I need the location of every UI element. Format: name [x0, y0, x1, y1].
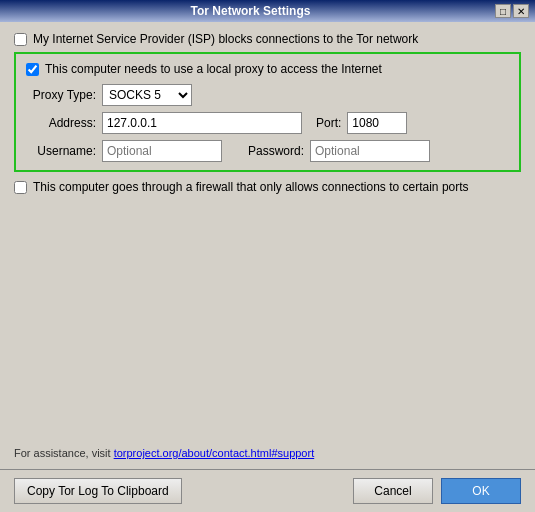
- username-label: Username:: [26, 144, 96, 158]
- action-buttons: Cancel OK: [353, 478, 521, 504]
- isp-label: My Internet Service Provider (ISP) block…: [33, 32, 418, 46]
- firewall-row: This computer goes through a firewall th…: [14, 180, 521, 194]
- proxy-type-row: Proxy Type: SOCKS 4 SOCKS 5 HTTP / HTTPS…: [26, 84, 509, 106]
- firewall-label: This computer goes through a firewall th…: [33, 180, 469, 194]
- address-input[interactable]: [102, 112, 302, 134]
- assistance-text: For assistance, visit torproject.org/abo…: [14, 437, 521, 459]
- local-proxy-checkbox-row: This computer needs to use a local proxy…: [26, 62, 509, 76]
- firewall-checkbox[interactable]: [14, 181, 27, 194]
- copy-tor-log-button[interactable]: Copy Tor Log To Clipboard: [14, 478, 182, 504]
- title-bar-buttons: □ ✕: [495, 4, 529, 18]
- password-input[interactable]: [310, 140, 430, 162]
- maximize-button[interactable]: □: [495, 4, 511, 18]
- proxy-type-select[interactable]: SOCKS 4 SOCKS 5 HTTP / HTTPS No Proxy: [102, 84, 192, 106]
- bottom-bar: Copy Tor Log To Clipboard Cancel OK: [0, 469, 535, 512]
- assistance-link[interactable]: torproject.org/about/contact.html#suppor…: [114, 447, 315, 459]
- proxy-section: This computer needs to use a local proxy…: [14, 52, 521, 172]
- spacer: [14, 198, 521, 437]
- password-label: Password:: [248, 144, 304, 158]
- window-body: My Internet Service Provider (ISP) block…: [0, 22, 535, 469]
- cancel-button[interactable]: Cancel: [353, 478, 433, 504]
- credentials-row: Username: Password:: [26, 140, 509, 162]
- title-bar: Tor Network Settings □ ✕: [0, 0, 535, 22]
- username-input[interactable]: [102, 140, 222, 162]
- assistance-prefix: For assistance, visit: [14, 447, 114, 459]
- local-proxy-label: This computer needs to use a local proxy…: [45, 62, 382, 76]
- address-port-row: Address: Port:: [26, 112, 509, 134]
- close-button[interactable]: ✕: [513, 4, 529, 18]
- window-title: Tor Network Settings: [6, 4, 495, 18]
- isp-checkbox-row: My Internet Service Provider (ISP) block…: [14, 32, 521, 46]
- proxy-type-label: Proxy Type:: [26, 88, 96, 102]
- address-label: Address:: [26, 116, 96, 130]
- port-input[interactable]: [347, 112, 407, 134]
- port-label: Port:: [316, 116, 341, 130]
- isp-checkbox[interactable]: [14, 33, 27, 46]
- ok-button[interactable]: OK: [441, 478, 521, 504]
- local-proxy-checkbox[interactable]: [26, 63, 39, 76]
